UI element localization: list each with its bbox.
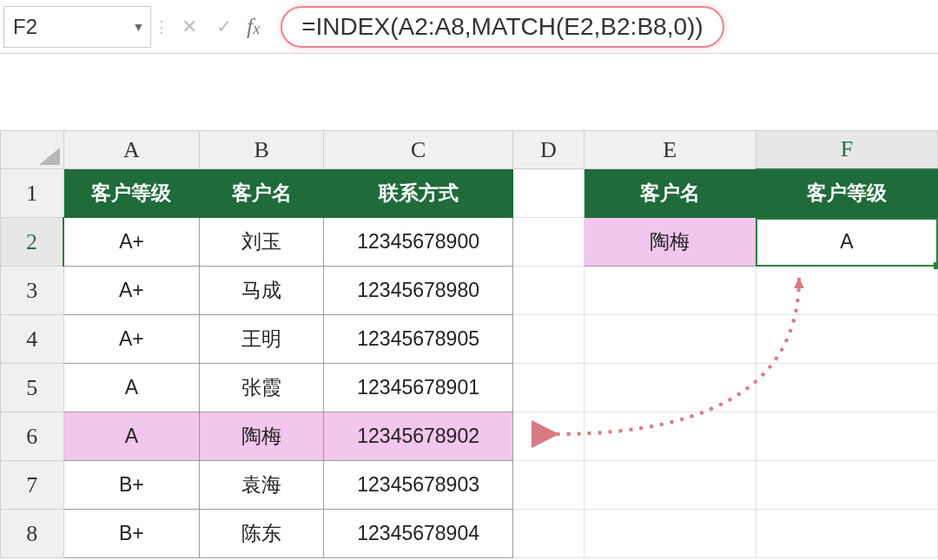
row-header-8[interactable]: 8: [1, 510, 64, 558]
cell-D5[interactable]: [513, 364, 584, 412]
cell-C5[interactable]: 12345678901: [324, 364, 513, 412]
cell-F7[interactable]: [756, 461, 937, 510]
cell-A7[interactable]: B+: [63, 461, 199, 510]
name-box-dropdown-icon[interactable]: ▼: [126, 7, 150, 47]
cell-C4[interactable]: 12345678905: [324, 315, 513, 364]
header-contact[interactable]: 联系方式: [324, 169, 513, 218]
cell-F8[interactable]: [756, 510, 937, 558]
cell-F5[interactable]: [756, 364, 937, 412]
cell-A4[interactable]: A+: [63, 315, 199, 364]
cell-E4[interactable]: [584, 315, 756, 364]
cell-D1[interactable]: [513, 169, 584, 218]
cell-B5[interactable]: 张霞: [200, 364, 324, 412]
row-2: 2 A+ 刘玉 12345678900 陶梅 A: [1, 218, 938, 267]
cell-B2[interactable]: 刘玉: [200, 218, 324, 267]
cell-E6[interactable]: [584, 412, 756, 461]
cell-C7[interactable]: 12345678903: [324, 461, 513, 510]
row-header-7[interactable]: 7: [1, 461, 64, 510]
formula-bar-separator-icon: ⋮: [151, 0, 172, 53]
col-header-B[interactable]: B: [200, 131, 324, 169]
cell-C3[interactable]: 12345678980: [324, 267, 513, 315]
formula-highlight: =INDEX(A2:A8,MATCH(E2,B2:B8,0)): [281, 6, 723, 48]
row-header-2[interactable]: 2: [1, 218, 64, 267]
cell-B3[interactable]: 马成: [200, 267, 324, 315]
cell-D6[interactable]: [513, 412, 584, 461]
row-1: 1 客户等级 客户名 联系方式 客户名 客户等级: [1, 169, 938, 218]
cell-C6[interactable]: 12345678902: [324, 412, 513, 461]
cell-D3[interactable]: [513, 267, 584, 315]
cell-F3[interactable]: [756, 267, 937, 315]
cell-F6[interactable]: [756, 412, 937, 461]
name-box-value: F2: [4, 15, 126, 39]
column-header-row: A B C D E F: [1, 131, 938, 169]
select-all-corner[interactable]: [1, 131, 64, 169]
cell-E2-lookup-name[interactable]: 陶梅: [584, 218, 756, 267]
cell-A5[interactable]: A: [63, 364, 199, 412]
row-header-4[interactable]: 4: [1, 315, 64, 364]
cell-F2-lookup-result[interactable]: A: [756, 218, 937, 267]
cell-A8[interactable]: B+: [63, 510, 199, 558]
header-lookup-level[interactable]: 客户等级: [756, 169, 937, 218]
row-5: 5 A 张霞 12345678901: [1, 364, 938, 412]
cell-A6[interactable]: A: [63, 412, 199, 461]
cell-D4[interactable]: [513, 315, 584, 364]
col-header-F[interactable]: F: [756, 131, 937, 169]
row-8: 8 B+ 陈东 12345678904: [1, 510, 938, 558]
col-header-E[interactable]: E: [584, 131, 756, 169]
cell-B7[interactable]: 袁海: [200, 461, 324, 510]
formula-text[interactable]: =INDEX(A2:A8,MATCH(E2,B2:B8,0)): [301, 13, 703, 40]
row-header-3[interactable]: 3: [1, 267, 64, 315]
confirm-icon[interactable]: ✓: [207, 0, 241, 53]
row-6: 6 A 陶梅 12345678902: [1, 412, 938, 461]
name-box[interactable]: F2 ▼: [3, 6, 151, 48]
cell-E3[interactable]: [584, 267, 756, 315]
cell-E5[interactable]: [584, 364, 756, 412]
cell-C8[interactable]: 12345678904: [324, 510, 513, 558]
spreadsheet-grid[interactable]: A B C D E F 1 客户等级 客户名 联系方式 客户名 客户等级 2 A…: [0, 130, 938, 558]
col-header-D[interactable]: D: [513, 131, 584, 169]
cell-D2[interactable]: [513, 218, 584, 267]
cancel-icon[interactable]: ✕: [172, 0, 207, 53]
cell-D8[interactable]: [513, 510, 584, 558]
cell-E7[interactable]: [584, 461, 756, 510]
col-header-C[interactable]: C: [324, 131, 513, 169]
row-3: 3 A+ 马成 12345678980: [1, 267, 938, 315]
header-customer-level[interactable]: 客户等级: [63, 169, 199, 218]
row-header-5[interactable]: 5: [1, 364, 64, 412]
formula-bar: F2 ▼ ⋮ ✕ ✓ fx =INDEX(A2:A8,MATCH(E2,B2:B…: [0, 0, 938, 54]
cell-E8[interactable]: [584, 510, 756, 558]
fx-icon[interactable]: fx: [241, 14, 265, 40]
cell-B8[interactable]: 陈东: [200, 510, 324, 558]
cell-F4[interactable]: [756, 315, 937, 364]
cell-B6[interactable]: 陶梅: [200, 412, 324, 461]
cell-B4[interactable]: 王明: [200, 315, 324, 364]
cell-A2[interactable]: A+: [63, 218, 199, 267]
row-7: 7 B+ 袁海 12345678903: [1, 461, 938, 510]
row-header-1[interactable]: 1: [1, 169, 64, 218]
cell-C2[interactable]: 12345678900: [324, 218, 513, 267]
row-header-6[interactable]: 6: [1, 412, 64, 461]
cell-A3[interactable]: A+: [63, 267, 199, 315]
header-customer-name[interactable]: 客户名: [200, 169, 324, 218]
header-lookup-name[interactable]: 客户名: [584, 169, 756, 218]
col-header-A[interactable]: A: [63, 131, 199, 169]
row-4: 4 A+ 王明 12345678905: [1, 315, 938, 364]
cell-D7[interactable]: [513, 461, 584, 510]
